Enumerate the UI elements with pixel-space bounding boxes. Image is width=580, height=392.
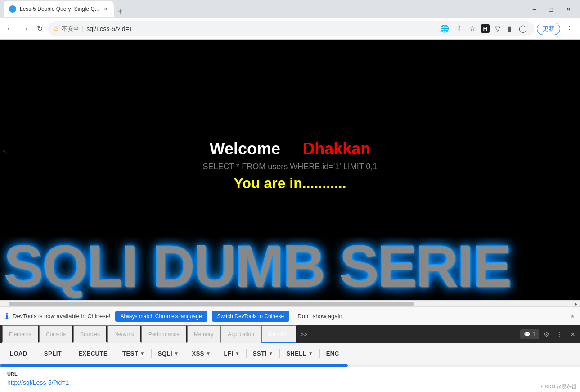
window-controls: – ◻ ✕ xyxy=(527,3,576,15)
new-tab-button[interactable]: + xyxy=(114,6,126,17)
hackbar-split-button[interactable]: SPLIT xyxy=(38,347,68,360)
url-action-icons: 🌐 ⇧ ☆ H ▽ ▮ ◯ xyxy=(438,23,529,35)
update-button[interactable]: 更新 xyxy=(537,23,560,35)
tab-console[interactable]: Console xyxy=(39,325,73,343)
share-icon[interactable]: ⇧ xyxy=(454,23,464,35)
tab-favicon: 🌐 xyxy=(9,5,16,13)
welcome-name: Dhakkan xyxy=(303,140,370,158)
close-button[interactable]: ✕ xyxy=(561,3,576,15)
chat-icon: 💬 xyxy=(524,331,531,338)
hackbar-sqli-dropdown[interactable]: SQLI ▼ xyxy=(153,347,184,360)
scroll-right-arrow[interactable]: ► xyxy=(573,301,579,307)
profile-icon[interactable]: ◯ xyxy=(517,23,529,35)
hackbar-test-dropdown[interactable]: TEST ▼ xyxy=(118,347,149,360)
extensions-icon[interactable]: ▽ xyxy=(493,23,502,35)
notify-message: DevTools is now available in Chinese! xyxy=(13,313,111,320)
always-match-language-button[interactable]: Always match Chrome's language xyxy=(115,311,207,322)
url-separator: | xyxy=(82,25,84,33)
refresh-button[interactable]: ↻ xyxy=(34,22,45,36)
url-bar[interactable]: ⚠ 不安全 | sql/Less-5/?id=1 🌐 ⇧ ☆ H ▽ ▮ ◯ xyxy=(48,21,534,36)
separator-4 xyxy=(151,349,152,358)
devtools-settings-button[interactable]: ⚙ xyxy=(541,328,552,341)
cursor-arrow: ↖ xyxy=(2,148,8,156)
title-bar: 🌐 Less-5 Double Query- Single Q... × + –… xyxy=(0,0,580,18)
tab-performance[interactable]: Performance xyxy=(141,325,187,343)
hackbar-toolbar: LOAD SPLIT EXECUTE TEST ▼ SQLI ▼ XSS ▼ L… xyxy=(0,343,580,364)
tab-close-button[interactable]: × xyxy=(103,5,108,14)
tab-title: Less-5 Double Query- Single Q... xyxy=(20,6,99,12)
lfi-chevron-icon: ▼ xyxy=(235,351,239,356)
hackbar-execute-button[interactable]: EXECUTE xyxy=(72,347,114,360)
welcome-label: Welcome xyxy=(210,140,280,158)
url-text: sql/Less-5/?id=1 xyxy=(86,25,435,32)
separator-2 xyxy=(70,349,70,358)
separator-1 xyxy=(36,349,36,358)
switch-to-chinese-button[interactable]: Switch DevTools to Chinese xyxy=(212,311,290,322)
status-text: You are in........... xyxy=(203,175,378,192)
separator-6 xyxy=(217,349,217,358)
tab-hackbar[interactable]: HackBar xyxy=(261,325,297,343)
forward-button[interactable]: → xyxy=(19,22,31,36)
hackbar-shell-dropdown[interactable]: SHELL ▼ xyxy=(282,347,318,360)
separator-9 xyxy=(319,349,320,358)
sqli-logo: SQLI DUMB SERIE xyxy=(0,237,511,299)
tab-bar: 🌐 Less-5 Double Query- Single Q... × + xyxy=(4,1,526,17)
hackbar-url-area: URL CSDN @易永哲 xyxy=(0,367,580,392)
sql-query-display: SELECT * FROM users WHERE id='1' LIMIT 0… xyxy=(203,162,378,171)
maximize-button[interactable]: ◻ xyxy=(543,3,559,15)
sidebar-icon[interactable]: ▮ xyxy=(506,23,513,35)
horizontal-scrollbar[interactable]: ► xyxy=(0,300,580,306)
security-warning-icon: ⚠ xyxy=(54,25,59,32)
sqli-logo-wrapper: SQLI DUMB SERIE xyxy=(0,237,580,300)
watermark-text: CSDN @易永哲 xyxy=(541,383,576,390)
hackbar-enc-dropdown[interactable]: ENC xyxy=(322,347,344,360)
devtools-right-icons: 💬 1 ⚙ ⋮ ✕ xyxy=(520,328,578,341)
chat-count: 1 xyxy=(532,331,535,338)
dont-show-again-button[interactable]: Don't show again xyxy=(294,311,346,322)
minimize-button[interactable]: – xyxy=(527,3,541,15)
hackbar-load-button[interactable]: LOAD xyxy=(4,347,34,360)
hackbar-lfi-dropdown[interactable]: LFI ▼ xyxy=(219,347,244,360)
hackbar-xss-dropdown[interactable]: XSS ▼ xyxy=(187,347,215,360)
more-tabs-icon[interactable]: >> xyxy=(297,331,311,338)
hackbar-url-input[interactable] xyxy=(7,379,573,386)
tab-memory[interactable]: Memory xyxy=(187,325,220,343)
insecure-label: 不安全 xyxy=(62,25,79,33)
chat-button[interactable]: 💬 1 xyxy=(520,329,539,339)
bookmark-icon[interactable]: ☆ xyxy=(468,23,477,35)
url-label: URL xyxy=(7,371,573,377)
separator-8 xyxy=(279,349,280,358)
hackbar-ssti-dropdown[interactable]: SSTI ▼ xyxy=(248,347,278,360)
shell-chevron-icon: ▼ xyxy=(308,351,313,356)
info-icon: ℹ xyxy=(5,312,8,320)
devtools-more-button[interactable]: ⋮ xyxy=(554,328,566,341)
tab-elements[interactable]: Elements xyxy=(2,325,39,343)
xss-chevron-icon: ▼ xyxy=(206,351,211,356)
welcome-heading: Welcome Dhakkan xyxy=(203,140,378,158)
notification-close-button[interactable]: × xyxy=(571,312,575,320)
devtools-tab-bar: Elements Console Sources Network Perform… xyxy=(0,325,580,343)
separator-5 xyxy=(185,349,185,358)
tab-application[interactable]: Application xyxy=(220,325,261,343)
address-bar: ← → ↻ ⚠ 不安全 | sql/Less-5/?id=1 🌐 ⇧ ☆ H ▽… xyxy=(0,18,580,40)
welcome-section: Welcome Dhakkan SELECT * FROM users WHER… xyxy=(203,140,378,192)
back-button[interactable]: ← xyxy=(4,22,16,36)
tab-network[interactable]: Network xyxy=(107,325,141,343)
web-content: ↖ Welcome Dhakkan SELECT * FROM users WH… xyxy=(0,40,580,300)
more-options-button[interactable]: ⋮ xyxy=(563,22,576,36)
ssti-chevron-icon: ▼ xyxy=(269,351,273,356)
sqli-chevron-icon: ▼ xyxy=(174,351,179,356)
separator-7 xyxy=(246,349,247,358)
tab-sources[interactable]: Sources xyxy=(73,325,107,343)
separator-3 xyxy=(116,349,116,358)
translate-icon[interactable]: 🌐 xyxy=(438,23,451,35)
hackbar-h-icon[interactable]: H xyxy=(481,24,490,33)
devtools-panel: Elements Console Sources Network Perform… xyxy=(0,325,580,392)
devtools-notification-bar: ℹ DevTools is now available in Chinese! … xyxy=(0,306,580,325)
scroll-thumb[interactable] xyxy=(9,302,414,306)
active-tab[interactable]: 🌐 Less-5 Double Query- Single Q... × xyxy=(4,1,114,17)
test-chevron-icon: ▼ xyxy=(140,351,144,356)
devtools-close-button[interactable]: ✕ xyxy=(567,328,578,341)
